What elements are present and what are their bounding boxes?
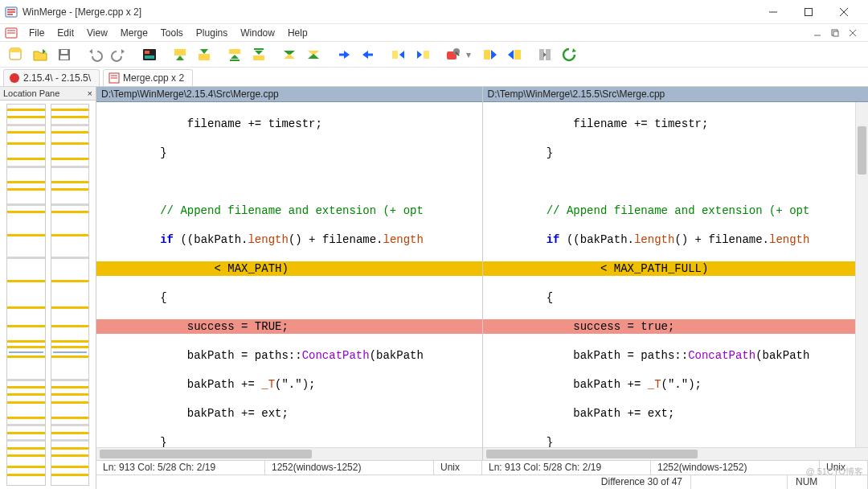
- prev-diff-file-button[interactable]: [248, 43, 270, 66]
- tab-folder-compare[interactable]: 2.15.4\ - 2.15.5\: [3, 69, 100, 86]
- menu-merge[interactable]: Merge: [114, 26, 154, 40]
- pane-right-vscroll[interactable]: [855, 102, 868, 447]
- prev-conflict-button[interactable]: [302, 43, 325, 66]
- mdi-close-button[interactable]: [845, 27, 860, 39]
- menu-edit[interactable]: Edit: [51, 26, 80, 40]
- pane-right-hscroll[interactable]: [483, 447, 869, 460]
- new-compare-button[interactable]: [5, 43, 27, 66]
- window-title: WinMerge - [Merge.cpp x 2]: [23, 6, 755, 18]
- title-bar: WinMerge - [Merge.cpp x 2]: [0, 0, 868, 24]
- svg-rect-12: [145, 55, 154, 59]
- content-area: Location Pane × D:\Temp\WinMerge\2.15.4\…: [0, 87, 868, 489]
- swap-button[interactable]: [534, 43, 556, 66]
- svg-rect-15: [229, 49, 240, 54]
- compare-panes: D:\Temp\WinMerge\2.15.4\Src\Merge.cpp fi…: [96, 87, 868, 460]
- svg-rect-24: [484, 50, 490, 60]
- svg-rect-4: [833, 31, 838, 36]
- location-pane: Location Pane ×: [0, 87, 96, 489]
- location-column-right[interactable]: [51, 104, 90, 486]
- location-column-left[interactable]: [6, 104, 46, 486]
- svg-rect-19: [392, 51, 398, 59]
- menu-window[interactable]: Window: [234, 26, 281, 40]
- menu-plugins[interactable]: Plugins: [190, 26, 234, 40]
- pane-left-editor[interactable]: filename += timestr; } // Append filenam…: [96, 102, 482, 447]
- app-small-icon: [5, 27, 18, 39]
- merge-left-button[interactable]: [411, 43, 434, 66]
- svg-rect-1: [805, 8, 813, 15]
- tab-label: 2.15.4\ - 2.15.5\: [23, 72, 91, 84]
- menu-file[interactable]: File: [23, 26, 51, 40]
- global-status-bar: Difference 30 of 47 NUM: [96, 475, 868, 489]
- svg-rect-13: [174, 49, 186, 55]
- prev-diff-button[interactable]: [193, 43, 215, 66]
- location-pane-title: Location Pane: [3, 88, 59, 98]
- menu-tools[interactable]: Tools: [154, 26, 190, 40]
- svg-rect-8: [60, 55, 68, 60]
- compare-area: D:\Temp\WinMerge\2.15.4\Src\Merge.cpp fi…: [96, 87, 868, 489]
- next-diff-button[interactable]: [169, 43, 191, 66]
- svg-rect-14: [199, 54, 210, 60]
- menu-bar: File Edit View Merge Tools Plugins Windo…: [0, 24, 868, 42]
- svg-rect-25: [514, 50, 521, 60]
- mdi-restore-button[interactable]: [828, 27, 842, 39]
- location-pane-body[interactable]: [0, 101, 96, 489]
- app-icon: [5, 6, 18, 18]
- status-left-pos: Ln: 913 Col: 5/28 Ch: 2/19: [96, 461, 265, 475]
- next-conflict-button[interactable]: [278, 43, 301, 66]
- svg-point-28: [10, 73, 19, 83]
- pane-right-editor[interactable]: filename += timestr; } // Append filenam…: [483, 102, 869, 447]
- save-button[interactable]: [53, 43, 76, 66]
- redo-button[interactable]: [108, 43, 130, 66]
- menu-view[interactable]: View: [80, 26, 114, 40]
- status-left-enc: 1252(windows-1252): [265, 461, 434, 475]
- status-right-pos: Ln: 913 Col: 5/28 Ch: 2/19: [482, 461, 651, 475]
- pane-right-path: D:\Temp\WinMerge\2.15.5\Src\Merge.cpp: [483, 87, 869, 102]
- close-button[interactable]: [826, 1, 862, 23]
- svg-rect-6: [10, 48, 21, 52]
- merge-right-button[interactable]: [387, 43, 410, 66]
- status-right-enc: 1252(windows-1252): [651, 461, 820, 475]
- undo-button[interactable]: [84, 43, 106, 66]
- goto-next-button[interactable]: [333, 43, 355, 66]
- tab-file-compare[interactable]: Merge.cpp x 2: [103, 69, 193, 86]
- watermark-text: @ 51CTO博客: [806, 466, 863, 478]
- maximize-button[interactable]: [791, 1, 826, 23]
- svg-rect-9: [61, 50, 68, 54]
- location-pane-close-icon[interactable]: ×: [88, 88, 92, 98]
- mdi-controls: [810, 27, 863, 39]
- refresh-button[interactable]: [558, 43, 580, 66]
- open-folder-button[interactable]: [29, 43, 51, 66]
- tab-label: Merge.cpp x 2: [123, 72, 184, 84]
- record-button[interactable]: [138, 43, 161, 66]
- document-tabs: 2.15.4\ - 2.15.5\ Merge.cpp x 2: [0, 68, 868, 87]
- svg-rect-11: [145, 51, 149, 54]
- menu-help[interactable]: Help: [281, 26, 314, 40]
- svg-rect-16: [230, 60, 240, 61]
- file-diff-icon: [108, 72, 120, 84]
- toolbar: ▾: [0, 42, 868, 68]
- pane-status-bar: Ln: 913 Col: 5/28 Ch: 2/19 1252(windows-…: [96, 460, 868, 475]
- pane-right: D:\Temp\WinMerge\2.15.5\Src\Merge.cpp fi…: [483, 87, 869, 460]
- minimize-button[interactable]: [755, 1, 791, 23]
- folder-diff-icon: [9, 72, 20, 84]
- location-pane-header: Location Pane ×: [0, 87, 96, 101]
- all-left-button[interactable]: [503, 43, 526, 66]
- status-blank: [691, 475, 788, 489]
- pane-left-hscroll[interactable]: [96, 447, 482, 460]
- svg-rect-18: [254, 48, 264, 50]
- svg-rect-17: [253, 55, 264, 60]
- next-diff-file-button[interactable]: [223, 43, 246, 66]
- pane-left: D:\Temp\WinMerge\2.15.4\Src\Merge.cpp fi…: [96, 87, 483, 460]
- all-right-button[interactable]: [479, 43, 502, 66]
- mdi-minimize-button[interactable]: [810, 27, 825, 39]
- status-difference: Difference 30 of 47: [593, 475, 691, 489]
- status-left-eol: Unix: [434, 461, 482, 475]
- goto-prev-button[interactable]: [357, 43, 379, 66]
- options-button[interactable]: [442, 43, 465, 66]
- svg-rect-20: [424, 51, 429, 59]
- pane-left-path: D:\Temp\WinMerge\2.15.4\Src\Merge.cpp: [96, 87, 482, 102]
